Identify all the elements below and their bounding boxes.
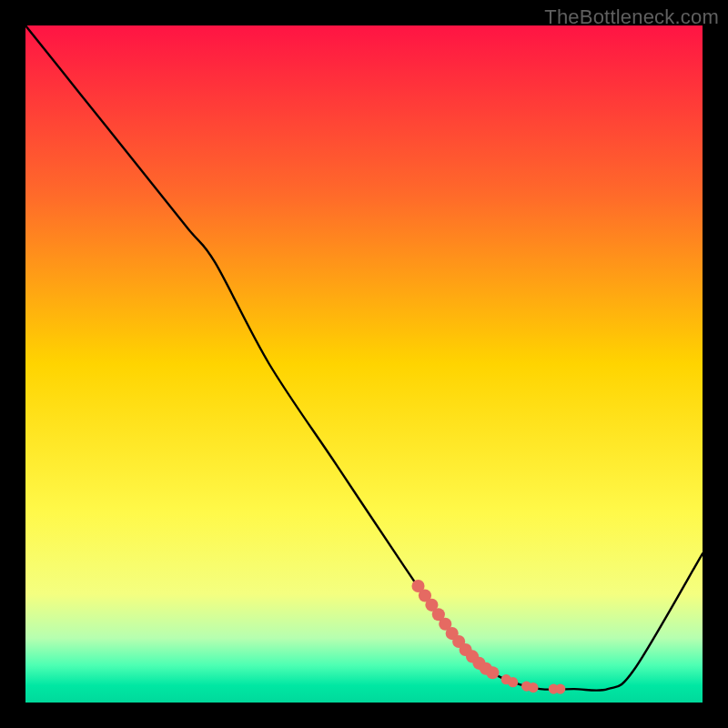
- highlight-point: [555, 684, 565, 694]
- highlight-point: [528, 682, 538, 693]
- highlight-point: [508, 677, 518, 687]
- gradient-background: [25, 25, 703, 703]
- chart-stage: TheBottleneck.com: [0, 0, 728, 728]
- watermark-label: TheBottleneck.com: [544, 5, 719, 29]
- highlight-point: [486, 666, 499, 679]
- bottleneck-plot: [25, 25, 703, 703]
